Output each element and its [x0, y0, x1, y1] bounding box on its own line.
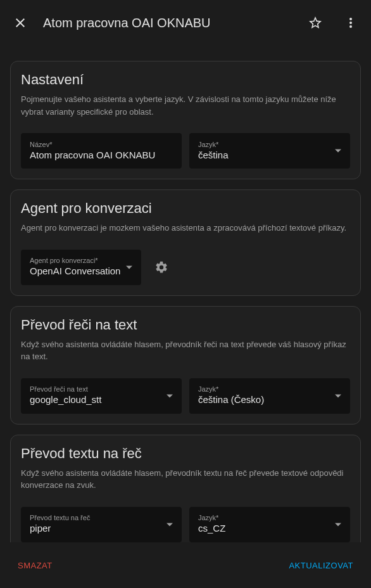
stt-desc: Když svého asistenta ovládáte hlasem, př… [21, 338, 350, 363]
stt-language-value: čeština (Česko) [198, 394, 341, 405]
gear-icon [154, 260, 168, 274]
tts-language-value: cs_CZ [198, 523, 341, 534]
tts-engine-value: piper [30, 523, 173, 534]
close-button[interactable] [8, 10, 33, 35]
stt-language-select[interactable]: Jazyk* čeština (Česko) [189, 378, 350, 414]
chevron-down-icon [335, 394, 341, 397]
name-input[interactable]: Název* Atom pracovna OAI OKNABU [21, 133, 182, 169]
agent-desc: Agent pro konverzaci je mozkem vašeho as… [21, 222, 350, 234]
settings-desc: Pojmenujte vašeho asistenta a vyberte ja… [21, 93, 350, 118]
language-select[interactable]: Jazyk* čeština [189, 133, 350, 169]
tts-language-label: Jazyk* [198, 514, 341, 521]
chevron-down-icon [167, 523, 173, 526]
stt-card: Převod řeči na text Když svého asistenta… [10, 306, 361, 425]
agent-select[interactable]: Agent pro konverzaci* OpenAI Conversatio… [21, 250, 141, 285]
chevron-down-icon [335, 150, 341, 153]
close-icon [13, 15, 28, 30]
stt-title: Převod řeči na text [21, 317, 350, 333]
update-button[interactable]: AKTUALIZOVAT [286, 556, 356, 575]
agent-label: Agent pro konverzaci* [30, 257, 132, 264]
stt-language-label: Jazyk* [198, 385, 341, 393]
content-scroll[interactable]: Nastavení Pojmenujte vašeho asistenta a … [0, 46, 371, 542]
favorite-button[interactable] [303, 10, 328, 35]
chevron-down-icon [335, 523, 341, 526]
settings-card: Nastavení Pojmenujte vašeho asistenta a … [10, 61, 361, 179]
tts-engine-label: Převod textu na řeč [30, 514, 173, 521]
overflow-menu-button[interactable] [338, 10, 363, 35]
stt-engine-value: google_cloud_stt [30, 394, 173, 405]
chevron-down-icon [167, 394, 173, 397]
tts-title: Převod textu na řeč [21, 445, 350, 462]
delete-button[interactable]: SMAZAT [15, 556, 55, 575]
tts-engine-select[interactable]: Převod textu na řeč piper [21, 507, 182, 542]
star-outline-icon [308, 15, 323, 30]
language-label: Jazyk* [198, 141, 341, 148]
agent-settings-button[interactable] [149, 260, 174, 274]
tts-card: Převod textu na řeč Když svého asistenta… [10, 435, 361, 543]
tts-language-select[interactable]: Jazyk* cs_CZ [189, 507, 350, 542]
agent-title: Agent pro konverzaci [21, 200, 350, 217]
page-title: Atom pracovna OAI OKNABU [43, 16, 292, 30]
stt-engine-label: Převod řeči na text [30, 385, 173, 393]
tts-desc: Když svého asistenta ovládáte hlasem, př… [21, 467, 350, 492]
agent-card: Agent pro konverzaci Agent pro konverzac… [10, 189, 361, 296]
stt-engine-select[interactable]: Převod řeči na text google_cloud_stt [21, 378, 182, 414]
agent-value: OpenAI Conversation [30, 265, 132, 276]
name-value: Atom pracovna OAI OKNABU [30, 150, 173, 160]
footer: SMAZAT AKTUALIZOVAT [0, 542, 371, 588]
language-value: čeština [198, 150, 341, 160]
chevron-down-icon [126, 265, 132, 269]
name-label: Název* [30, 141, 173, 148]
settings-title: Nastavení [21, 72, 350, 88]
dots-vertical-icon [343, 15, 358, 30]
header: Atom pracovna OAI OKNABU [0, 0, 371, 46]
